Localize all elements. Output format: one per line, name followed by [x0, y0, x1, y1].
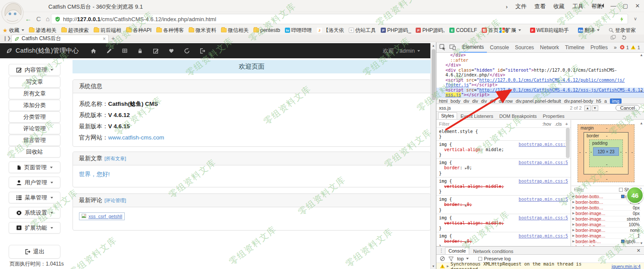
- computed-property-row[interactable]: ▶border-image…none: [571, 228, 641, 233]
- url-input[interactable]: http://127.0.0.1/cms/CatfishCMS-4.6.12/i…: [51, 14, 628, 24]
- style-rule[interactable]: element.style {}: [436, 128, 571, 141]
- stylesheet-link[interactable]: bootstrap.min.css:5: [519, 197, 568, 202]
- style-rule[interactable]: img {bootstrap.min.css:5border: ▶0;}: [436, 232, 571, 246]
- bookmark-item[interactable]: ≡仿站工具: [349, 27, 376, 34]
- console-context-select[interactable]: top: [457, 256, 469, 261]
- restore-button[interactable]: ▢: [622, 2, 629, 9]
- computed-property-row[interactable]: ▶border-image…100%: [571, 222, 641, 228]
- dom-row[interactable]: </div>: [436, 63, 644, 68]
- devtools-tab-elements[interactable]: Elements: [459, 42, 487, 53]
- styles-tab-dom-breakpoints[interactable]: DOM Breakpoints: [497, 113, 540, 119]
- devtools-tabs-overflow-icon[interactable]: »: [611, 42, 620, 53]
- breadcrumb-div.row[interactable]: div.row: [499, 98, 512, 104]
- css-property[interactable]: border: ▶0;: [439, 239, 568, 244]
- stylesheet-link[interactable]: bootstrap.min.css:5: [519, 160, 568, 165]
- navbar-pencil-icon[interactable]: [106, 47, 113, 54]
- navbar-home-icon[interactable]: [90, 47, 97, 54]
- dom-row[interactable]: <script src="http://127.0.0.1/cms/Catfis…: [436, 78, 644, 83]
- sidebar-item-分类管理[interactable]: 分类管理: [9, 111, 60, 123]
- drawer-tab-console[interactable]: Console: [445, 247, 469, 254]
- stylesheet-link[interactable]: bootstrap.min.css:5: [519, 142, 568, 147]
- computed-property-row[interactable]: ▶border-image…stretch: [571, 216, 641, 222]
- drawer-menu-icon[interactable]: ⋮: [439, 248, 444, 253]
- dom-row[interactable]: <div class="hidden" id="siteroot">http:/…: [436, 68, 644, 73]
- bookmark-item[interactable]: pentestb: [253, 27, 280, 33]
- minimize-button[interactable]: —: [609, 2, 617, 9]
- breadcrumb-div.panel.panel-default[interactable]: div.panel.panel-default: [516, 98, 561, 104]
- computed-property-row[interactable]: ▶border-image…1: [571, 233, 641, 239]
- style-rule[interactable]: img {bootstrap.min.css:5vertical-align: …: [436, 177, 571, 196]
- css-property[interactable]: vertical-align: middle;: [439, 184, 568, 189]
- search-input[interactable]: xss.js: [439, 105, 451, 111]
- navbar-lock-icon[interactable]: [137, 47, 144, 54]
- undo-icon[interactable]: [621, 35, 627, 40]
- breadcrumb-a[interactable]: a: [604, 98, 607, 104]
- styles-toggle[interactable]: +: [565, 121, 568, 127]
- lightning-icon[interactable]: [619, 16, 624, 22]
- sidebar-group-用户管理[interactable]: 用户管理: [9, 177, 60, 188]
- css-property[interactable]: vertical-align: middle;: [439, 221, 568, 226]
- inspect-icon[interactable]: [439, 44, 446, 51]
- recent-tabs-icon[interactable]: [610, 35, 616, 40]
- menu-查看[interactable]: 查看: [534, 3, 546, 10]
- bookmark-item[interactable]: tv哔哩哔哩: [285, 27, 312, 34]
- box-model-margin[interactable]: margin - - - - border - - - - padding - …: [578, 124, 635, 182]
- breadcrumb-img[interactable]: img: [610, 98, 622, 104]
- sidebar-logout-button[interactable]: 退出: [9, 245, 60, 259]
- sidebar-group-菜单管理[interactable]: 菜单管理: [9, 192, 60, 203]
- bookmark-item[interactable]: 各种API: [126, 27, 152, 34]
- navbar-refresh-icon[interactable]: [183, 47, 190, 54]
- bookmark-item[interactable]: ECODELF: [449, 27, 477, 33]
- search-cancel-button[interactable]: Cancel: [616, 105, 640, 111]
- comment-admin-link[interactable]: [评论管理]: [104, 197, 126, 204]
- dom-row[interactable]: <script src="http://127.0.0.1/cms/Catfis…: [436, 88, 644, 93]
- bookmarks-root-button[interactable]: ★收藏: [3, 27, 24, 34]
- device-toolbar-icon[interactable]: [449, 44, 456, 50]
- styles-toggle[interactable]: .cls: [555, 121, 562, 127]
- warning-source-link[interactable]: jquery.min.js:4: [612, 264, 641, 269]
- styles-scrollbar[interactable]: [566, 128, 570, 158]
- dom-row[interactable]: 4.6.12/index.php/</div>: [436, 73, 644, 78]
- clear-console-icon[interactable]: [440, 256, 445, 261]
- toolbar-WEB前端助手[interactable]: FWEB前端助手: [530, 27, 569, 34]
- style-rule[interactable]: img {bootstrap.min.css:5border: ▶0;}: [436, 159, 571, 177]
- chevron-down-icon[interactable]: ∨: [634, 16, 637, 22]
- filter-funnel-icon[interactable]: [448, 256, 454, 261]
- expand-arrow-icon[interactable]: ▶: [447, 264, 449, 268]
- scroll-up-icon[interactable]: ▲: [431, 43, 436, 48]
- devtools-tab-network[interactable]: Network: [537, 42, 562, 53]
- devtools-tab-sources[interactable]: Sources: [512, 42, 537, 53]
- tab-catfish-cms[interactable]: Catfish CMS后台 ×: [11, 35, 109, 42]
- speed-score-badge[interactable]: 46: [626, 187, 644, 204]
- official-site-link[interactable]: www.catfish-cms.com: [108, 134, 164, 141]
- breadcrumb-html[interactable]: html: [439, 98, 448, 104]
- scrollbar-thumb[interactable]: [432, 49, 436, 100]
- style-rule[interactable]: img {bootstrap.min.css:5vertical-align: …: [436, 141, 571, 159]
- close-button[interactable]: ✕: [634, 2, 641, 9]
- navbar-edit-icon[interactable]: [152, 47, 159, 54]
- breadcrumb-div[interactable]: div: [490, 98, 496, 104]
- refresh-icon[interactable]: C: [36, 15, 41, 22]
- bookmark-item[interactable]: 微信相关: [221, 27, 249, 34]
- computed-scrollbar[interactable]: ▲▼: [639, 121, 644, 246]
- bookmark-item[interactable]: 微米资料: [189, 27, 216, 34]
- error-badge-icon[interactable]: [620, 45, 625, 50]
- styles-filter-input[interactable]: Filter: [439, 121, 449, 127]
- home-icon[interactable]: ⌂: [46, 15, 50, 22]
- menu-收藏[interactable]: 收藏: [553, 3, 565, 10]
- sidebar-toggle-icon[interactable]: ❙❯: [3, 35, 11, 41]
- warning-badge-icon[interactable]: [631, 45, 636, 50]
- navbar-heart-icon[interactable]: [168, 47, 175, 54]
- computed-property-row[interactable]: ▶border-left-…rgb(6…: [571, 239, 641, 244]
- css-property[interactable]: border: ▶0;: [439, 165, 568, 171]
- sidebar-group-content[interactable]: 内容管理: [9, 64, 60, 76]
- new-tab-button[interactable]: +: [111, 35, 115, 42]
- menu-overflow-icon[interactable]: ›: [506, 3, 508, 10]
- sidebar-item-写文章[interactable]: 写文章: [9, 76, 60, 88]
- menu-文件[interactable]: 文件: [515, 3, 527, 10]
- elements-tree[interactable]: </div>::after</div><div class="hidden" i…: [436, 53, 644, 98]
- sidebar-item-所有文章[interactable]: 所有文章: [9, 88, 60, 99]
- style-rule[interactable]: img {bootstrap.min.css:5border: ▶0;}: [436, 196, 571, 214]
- computed-filter-input[interactable]: Filter: [574, 187, 584, 192]
- computed-property-row[interactable]: ▶border-image…0px: [571, 211, 641, 216]
